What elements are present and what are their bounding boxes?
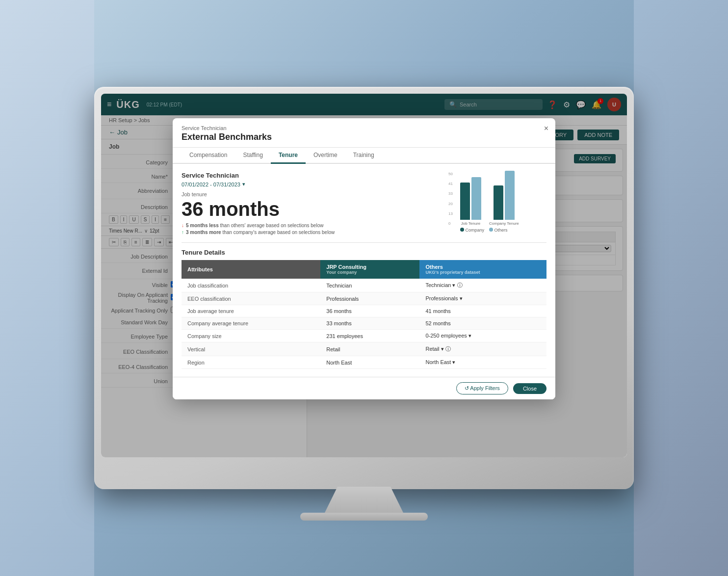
others-cell[interactable]: 0-250 employees ▾	[419, 330, 546, 342]
company-tenure-bars	[494, 171, 515, 220]
attr-cell: Company average tenure	[182, 317, 320, 330]
modal-subtitle: Service Technician	[182, 125, 546, 131]
job-tenure-label: Job tenure	[182, 191, 335, 197]
tab-staffing[interactable]: Staffing	[235, 148, 270, 164]
y-axis: 50 41 33 20 13 0	[448, 172, 453, 226]
company-cell: North East	[320, 356, 419, 369]
tenure-detail-row: Job average tenure 36 months 41 months	[182, 305, 546, 317]
company-cell: Technician	[320, 279, 419, 292]
date-range-value: 07/01/2022 - 07/31/2023	[182, 182, 240, 187]
company-tenure-label: Company Tenure	[489, 221, 519, 226]
company-cell: Retail	[320, 342, 419, 356]
company-tenure-company-bar	[494, 185, 503, 220]
monitor: ≡ ÜKG 02:12 PM (EDT) 🔍 ❓ ⚙ 💬	[94, 87, 634, 489]
others-cell[interactable]: Professionals ▾	[419, 292, 546, 305]
company-cell: 33 months	[320, 317, 419, 330]
company-cell: 231 employees	[320, 330, 419, 342]
attr-cell: Region	[182, 356, 320, 369]
tab-training[interactable]: Training	[345, 148, 382, 164]
tenure-detail-row: Job classification Technician Technician…	[182, 279, 546, 292]
attr-cell: Job average tenure	[182, 305, 320, 317]
company-tenure-bar-group: Company Tenure	[489, 171, 519, 226]
tenure-details-table: Attributes JRP Consulting Your company O…	[182, 260, 546, 369]
modal-body: Service Technician 07/01/2022 - 07/31/20…	[173, 164, 555, 377]
job-tenure-bar-group: Job Tenure	[460, 177, 481, 226]
stat-down-label: 5 months less than others' average based…	[186, 223, 323, 228]
modal-footer: ↺ Apply Filters Close	[173, 377, 555, 399]
company-tenure-others-bar	[505, 171, 515, 220]
others-cell[interactable]: Technician ▾ ⓘ	[419, 279, 546, 292]
modal-header: Service Technician External Benchmarks ×	[173, 118, 555, 148]
stat-up: ↑ 3 months more than company's average b…	[182, 230, 335, 235]
others-cell: 52 months	[419, 317, 546, 330]
company-cell: Professionals	[320, 292, 419, 305]
tenure-left: Service Technician 07/01/2022 - 07/31/20…	[182, 172, 335, 236]
tenure-detail-row: Company average tenure 33 months 52 mont…	[182, 317, 546, 330]
col-attributes: Attributes	[182, 260, 320, 279]
stat-up-label: 3 months more than company's average bas…	[186, 230, 335, 235]
col-others: Others UKG's proprietary dataset	[419, 260, 546, 279]
date-range-selector[interactable]: 07/01/2022 - 07/31/2023 ▾	[182, 181, 335, 187]
company-cell: 36 months	[320, 305, 419, 317]
attr-cell: Job classification	[182, 279, 320, 292]
tenure-overview: Service Technician 07/01/2022 - 07/31/20…	[182, 172, 546, 236]
external-benchmarks-modal: Service Technician External Benchmarks ×…	[173, 118, 555, 399]
tenure-details-section: Tenure Details Attributes JRP Consulting…	[182, 249, 546, 369]
others-cell[interactable]: Retail ▾ ⓘ	[419, 342, 546, 356]
close-modal-button[interactable]: Close	[513, 383, 546, 394]
modal-close-button[interactable]: ×	[544, 124, 548, 133]
tenure-months-value: 36 months	[182, 199, 335, 219]
tenure-detail-row: Vertical Retail Retail ▾ ⓘ	[182, 342, 546, 356]
tenure-details-title: Tenure Details	[182, 249, 546, 256]
modal-overlay[interactable]: Service Technician External Benchmarks ×…	[101, 94, 627, 457]
tenure-detail-row: Company size 231 employees 0-250 employe…	[182, 330, 546, 342]
modal-tabs: Compensation Staffing Tenure Overtime Tr…	[173, 148, 555, 164]
apply-filters-button[interactable]: ↺ Apply Filters	[456, 382, 508, 394]
job-tenure-label: Job Tenure	[461, 221, 480, 226]
tab-tenure[interactable]: Tenure	[271, 148, 306, 164]
stat-down: ↓ 5 months less than others' average bas…	[182, 223, 335, 228]
job-tenure-company-bar	[460, 183, 470, 220]
tenure-chart: 50 41 33 20 13 0	[448, 172, 546, 236]
chart-legend: Company Others	[460, 228, 546, 233]
attr-cell: EEO classification	[182, 292, 320, 305]
attr-cell: Vertical	[182, 342, 320, 356]
chart-bars: Job Tenure Company	[460, 172, 546, 226]
others-cell[interactable]: North East ▾	[419, 356, 546, 369]
stat-up-icon: ↑	[182, 230, 184, 235]
tab-overtime[interactable]: Overtime	[306, 148, 345, 164]
stat-down-icon: ↓	[182, 223, 184, 228]
screen: ≡ ÜKG 02:12 PM (EDT) 🔍 ❓ ⚙ 💬	[101, 94, 627, 457]
others-cell: 41 months	[419, 305, 546, 317]
job-tenure-bars	[460, 177, 481, 220]
attr-cell: Company size	[182, 330, 320, 342]
tab-compensation[interactable]: Compensation	[182, 148, 235, 164]
service-technician-title: Service Technician	[182, 172, 335, 179]
tenure-detail-row: EEO classification Professionals Profess…	[182, 292, 546, 305]
modal-title: External Benchmarks	[182, 132, 546, 142]
col-jrp: JRP Consulting Your company	[320, 260, 419, 279]
tenure-detail-row: Region North East North East ▾	[182, 356, 546, 369]
job-tenure-others-bar	[471, 177, 481, 220]
date-range-arrow: ▾	[242, 181, 245, 187]
